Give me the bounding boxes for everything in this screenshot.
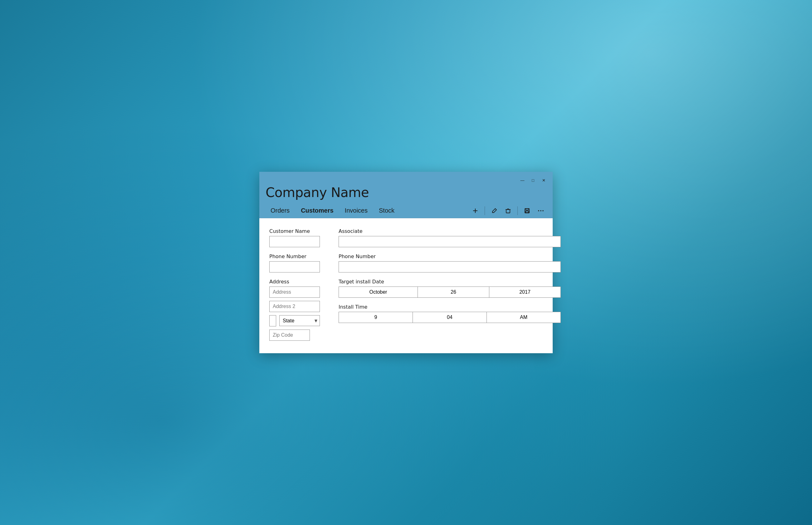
right-phone-group: Phone Number (338, 253, 561, 272)
maximize-button[interactable]: □ (530, 177, 536, 183)
app-title: Company Name (265, 185, 547, 203)
edit-button[interactable] (489, 205, 500, 216)
tab-orders[interactable]: Orders (265, 203, 294, 218)
svg-rect-9 (525, 211, 528, 213)
associate-label: Associate (338, 228, 561, 234)
svg-point-12 (542, 210, 543, 211)
install-time-group: Install Time (338, 304, 561, 323)
customer-name-group: Customer Name (269, 228, 320, 247)
add-button[interactable] (470, 205, 481, 216)
date-picker (338, 286, 561, 298)
left-phone-input[interactable] (269, 261, 320, 272)
zip-input[interactable] (269, 330, 310, 341)
navbar: Orders Customers Invoices Stock (259, 203, 553, 218)
more-button[interactable] (535, 205, 547, 216)
target-date-group: Target install Date (338, 279, 561, 298)
tab-stock[interactable]: Stock (374, 203, 400, 218)
install-time-label: Install Time (338, 304, 561, 310)
left-phone-label: Phone Number (269, 253, 320, 259)
customer-name-input[interactable] (269, 236, 320, 247)
edit-icon (491, 208, 497, 214)
trash-icon (505, 208, 511, 214)
right-column: Associate Phone Number Target install Da… (338, 228, 561, 341)
state-select-wrapper: State ALAKAZAR CACOCTDE FLGAHIID ILINIAK… (279, 315, 320, 326)
target-date-label: Target install Date (338, 279, 561, 285)
associate-group: Associate (338, 228, 561, 247)
address-input[interactable] (269, 286, 320, 298)
svg-point-10 (538, 210, 539, 211)
title-bar: — □ ✕ Company Name (259, 172, 553, 203)
right-phone-label: Phone Number (338, 253, 561, 259)
time-minute-input[interactable] (413, 312, 487, 322)
tab-invoices[interactable]: Invoices (340, 203, 373, 218)
associate-input[interactable] (338, 236, 561, 247)
left-phone-group: Phone Number (269, 253, 320, 272)
form-area: Customer Name Phone Number Address (259, 218, 553, 353)
delete-button[interactable] (503, 205, 514, 216)
svg-rect-8 (526, 209, 528, 210)
time-ampm-input[interactable] (487, 312, 561, 322)
date-month-input[interactable] (339, 287, 418, 297)
more-icon (538, 208, 544, 214)
time-hour-input[interactable] (339, 312, 413, 322)
date-day-input[interactable] (418, 287, 489, 297)
toolbar (470, 205, 547, 216)
city-state-row: State ALAKAZAR CACOCTDE FLGAHIID ILINIAK… (269, 315, 320, 326)
save-icon (524, 208, 530, 214)
nav-tabs: Orders Customers Invoices Stock (265, 203, 470, 218)
toolbar-divider-1 (484, 206, 485, 215)
minimize-button[interactable]: — (520, 177, 525, 183)
tab-customers[interactable]: Customers (296, 203, 338, 218)
address-label: Address (269, 279, 320, 285)
address2-input[interactable] (269, 301, 320, 312)
state-select[interactable]: State ALAKAZAR CACOCTDE FLGAHIID ILINIAK… (279, 315, 320, 326)
right-phone-input[interactable] (338, 261, 561, 272)
date-year-input[interactable] (489, 287, 561, 297)
save-button[interactable] (521, 205, 533, 216)
main-window: — □ ✕ Company Name Orders Customers Invo… (259, 172, 553, 353)
time-picker (338, 312, 561, 323)
customer-name-label: Customer Name (269, 228, 320, 234)
left-column: Customer Name Phone Number Address (269, 228, 320, 341)
svg-rect-2 (506, 210, 510, 213)
svg-point-11 (540, 210, 541, 211)
window-controls: — □ ✕ (265, 177, 547, 183)
close-button[interactable]: ✕ (541, 177, 547, 183)
address-group: Address State ALAKAZAR CACOCTDE (269, 279, 320, 341)
add-icon (472, 208, 478, 214)
address-section: State ALAKAZAR CACOCTDE FLGAHIID ILINIAK… (269, 286, 320, 341)
city-input[interactable] (269, 315, 276, 326)
